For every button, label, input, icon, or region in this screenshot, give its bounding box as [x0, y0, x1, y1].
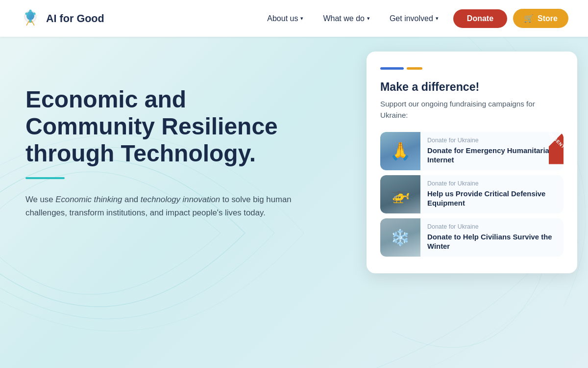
campaign-category: Donate for Ukraine	[427, 137, 558, 144]
card-subtitle: Support our ongoing fundraising campaign…	[380, 99, 564, 121]
chevron-down-icon: ▾	[367, 15, 370, 22]
hero-subtitle: We use Economic thinking and technology …	[25, 193, 310, 220]
campaign-item[interactable]: ❄️ Donate for Ukraine Donate to Help Civ…	[380, 218, 564, 257]
campaign-text: Donate for Ukraine Donate for Emergency …	[427, 132, 564, 170]
nav-links: About us ▾ What we do ▾ Get involved ▾	[267, 14, 439, 23]
card-accent-bar	[380, 67, 564, 70]
hero-left-content: Economic and Community Resilience throug…	[25, 86, 310, 220]
logo-text: AI for Good	[46, 12, 104, 25]
accent-bar-yellow	[407, 67, 422, 70]
campaign-category: Donate for Ukraine	[427, 180, 558, 187]
campaign-text: Donate for Ukraine Help us Provide Criti…	[427, 175, 564, 213]
store-button[interactable]: 🛒 Store	[513, 9, 568, 28]
navbar: AI for Good About us ▾ What we do ▾ Get …	[0, 0, 588, 37]
nav-about[interactable]: About us ▾	[267, 14, 303, 23]
donate-button[interactable]: Donate	[453, 9, 507, 28]
campaign-item[interactable]: 🚁 Donate for Ukraine Help us Provide Cri…	[380, 175, 564, 213]
campaign-name: Donate for Emergency Humanitarian Intern…	[427, 146, 558, 165]
donation-card: Make a difference! Support our ongoing f…	[367, 52, 577, 273]
store-icon: 🛒	[524, 14, 534, 23]
chevron-down-icon: ▾	[436, 15, 439, 22]
chevron-down-icon: ▾	[300, 15, 303, 22]
accent-bar-blue	[380, 67, 404, 70]
urgent-badge-wrap: URGENT	[549, 132, 564, 165]
campaign-name: Help us Provide Critical Defensive Equip…	[427, 189, 558, 209]
campaign-item[interactable]: 🙏 Donate for Ukraine Donate for Emergenc…	[380, 132, 564, 170]
campaign-image-winter: ❄️	[380, 218, 420, 257]
nav-actions: Donate 🛒 Store	[453, 9, 568, 28]
hero-title: Economic and Community Resilience throug…	[25, 86, 310, 167]
nav-what-we-do[interactable]: What we do ▾	[323, 14, 369, 23]
campaign-image-drone: 🚁	[380, 175, 420, 213]
hero-section: Economic and Community Resilience throug…	[0, 37, 588, 368]
logo-icon	[20, 8, 41, 29]
nav-get-involved[interactable]: Get involved ▾	[390, 14, 439, 23]
logo-area[interactable]: AI for Good	[20, 8, 267, 29]
campaign-name: Donate to Help Civilians Survive the Win…	[427, 233, 558, 252]
campaign-text: Donate for Ukraine Donate to Help Civili…	[427, 218, 564, 257]
card-title: Make a difference!	[380, 80, 564, 94]
campaign-image-hands: 🙏	[380, 132, 420, 170]
hero-divider	[25, 177, 65, 179]
campaign-category: Donate for Ukraine	[427, 223, 558, 230]
